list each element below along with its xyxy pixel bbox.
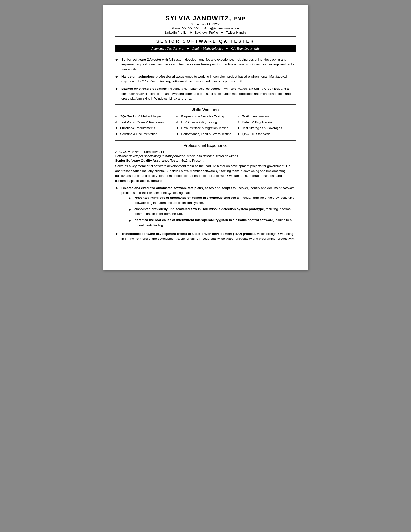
results-label: Results: — [151, 179, 164, 182]
skill-item: ❖ Regression & Negative Testing — [176, 114, 235, 119]
social-line: LinkedIn Profile ❖ BeKnown Profile ❖ Twi… — [115, 31, 296, 34]
skill-diamond: ❖ — [237, 126, 241, 130]
tagline-sep-1: ❖ — [186, 47, 189, 51]
skills-col-3: ❖ Testing Automation ❖ Defect & Bug Trac… — [237, 114, 296, 138]
tagline-divider — [115, 54, 296, 54]
skill-item: ❖ Data Interface & Migration Testing — [176, 126, 235, 130]
skills-title: Skills Summary — [115, 107, 296, 112]
skill-item: ❖ Functional Requirements — [115, 126, 174, 130]
skill-diamond: ❖ — [237, 115, 241, 118]
summary-bold-1: Senior software QA tester — [121, 58, 161, 61]
skill-diamond: ❖ — [115, 115, 119, 118]
skills-section: Skills Summary ❖ SQA Testing & Methodolo… — [115, 107, 296, 138]
experience-section: Professional Experience ABC COMPANY — So… — [115, 143, 296, 241]
skill-item: ❖ Scripting & Documentation — [115, 132, 174, 136]
header-divider — [115, 36, 296, 37]
skill-diamond: ❖ — [176, 126, 180, 130]
skills-col-1: ❖ SQA Testing & Methodologies ❖ Test Pla… — [115, 114, 174, 138]
exp-bullet-1-bold: Created and executed automated software … — [121, 186, 232, 190]
skill-item: ❖ Performance, Load & Stress Testing — [176, 132, 235, 136]
experience-title: Professional Experience — [115, 143, 296, 148]
skill-item: ❖ SQA Testing & Methodologies — [115, 114, 174, 119]
summary-bold-2: Hands-on technology professional — [121, 75, 175, 78]
bullet-diamond-2: ❖ — [115, 75, 120, 79]
separator-1: ❖ — [204, 27, 207, 30]
sub-diamond-1-2: ◆ — [129, 207, 133, 211]
skill-item: ❖ Testing Automation — [237, 114, 296, 119]
summary-bullet-3: ❖ Backed by strong credentials including… — [115, 86, 296, 101]
skill-item: ❖ Test Plans, Cases & Processes — [115, 120, 174, 124]
sub-diamond-1-1: ◆ — [129, 196, 133, 200]
sub-bullet-bold: Prevented hundreds of thousands of dolla… — [134, 196, 236, 200]
job-title-bold: Senior Software Quality Assurance Tester… — [115, 159, 181, 162]
city-line: Sometown, FL 32256 — [115, 22, 296, 26]
job-title-line: Senior Software Quality Assurance Tester… — [115, 159, 296, 162]
job-title: SENIOR SOFTWARE QA TESTER — [115, 39, 296, 44]
exp-bullet-1: ❖ Created and executed automated softwar… — [115, 186, 296, 229]
skills-columns: ❖ SQA Testing & Methodologies ❖ Test Pla… — [115, 114, 296, 138]
sub-bullet-1-3: ◆ Identified the root cause of intermitt… — [129, 218, 296, 228]
job-title-rest: 4/12 to Present — [181, 159, 203, 162]
sub-bullet-bold: Pinpointed previously undiscovered flaw … — [134, 207, 265, 211]
skill-diamond: ❖ — [115, 133, 119, 136]
exp-bullet-diamond-2: ❖ — [115, 232, 120, 237]
separator-2: ❖ — [189, 31, 192, 34]
exp-bullet-2: ❖ Transitioned software development effo… — [115, 231, 296, 241]
resume-header: SYLVIA JANOWITZ, PMP Sometown, FL 32256 … — [115, 14, 296, 34]
exp-bullet-2-bold: Transitioned software development effort… — [121, 232, 256, 236]
tagline-bar: Automated Test Systems ❖ Quality Methodo… — [115, 45, 296, 52]
summary-divider — [115, 104, 296, 105]
sub-bullet-1-2: ◆ Pinpointed previously undiscovered fla… — [129, 207, 296, 217]
bullet-diamond-1: ❖ — [115, 57, 120, 62]
skill-diamond: ❖ — [176, 133, 180, 136]
skills-col-2: ❖ Regression & Negative Testing ❖ UI & C… — [176, 114, 235, 138]
summary-section: ❖ Senior software QA tester with full sy… — [115, 57, 296, 101]
separator-3: ❖ — [221, 31, 223, 34]
skill-item: ❖ UI & Compatibility Testing — [176, 120, 235, 124]
skill-item: ❖ QA & QC Standards — [237, 132, 296, 136]
company-description: Software developer specializing in trans… — [115, 154, 296, 158]
skill-diamond: ❖ — [115, 126, 119, 130]
phone-email-line: Phone: 555.555.5555 ❖ sj@somedomain.com — [115, 27, 296, 30]
summary-bold-3: Backed by strong credentials — [121, 87, 167, 90]
company-name: ABC COMPANY — Sometown, FL — [115, 150, 296, 154]
skills-divider — [115, 140, 296, 141]
summary-bullet-2: ❖ Hands-on technology professional accus… — [115, 74, 296, 84]
skill-item: ❖ Test Strategies & Coverages — [237, 126, 296, 130]
bullet-diamond-3: ❖ — [115, 86, 120, 91]
skill-diamond: ❖ — [176, 115, 180, 118]
sub-bullet-1-1: ◆ Prevented hundreds of thousands of dol… — [129, 195, 296, 205]
skill-diamond: ❖ — [237, 133, 241, 136]
job-description: Serve as a key member of software develo… — [115, 164, 296, 183]
candidate-name: SYLVIA JANOWITZ, PMP — [115, 14, 296, 22]
skill-diamond: ❖ — [115, 121, 119, 124]
tagline-sep-2: ❖ — [226, 47, 228, 51]
skill-diamond: ❖ — [237, 121, 241, 124]
sub-bullet-bold: Identified the root cause of intermitten… — [134, 218, 274, 222]
summary-bullet-1: ❖ Senior software QA tester with full sy… — [115, 57, 296, 72]
sub-bullets-1: ◆ Prevented hundreds of thousands of dol… — [129, 195, 296, 228]
resume-page: SYLVIA JANOWITZ, PMP Sometown, FL 32256 … — [103, 5, 308, 270]
sub-diamond-1-3: ◆ — [129, 218, 133, 223]
skill-item: ❖ Defect & Bug Tracking — [237, 120, 296, 124]
experience-bullets: ❖ Created and executed automated softwar… — [115, 186, 296, 241]
skill-diamond: ❖ — [176, 121, 180, 124]
exp-bullet-diamond-1: ❖ — [115, 186, 120, 191]
